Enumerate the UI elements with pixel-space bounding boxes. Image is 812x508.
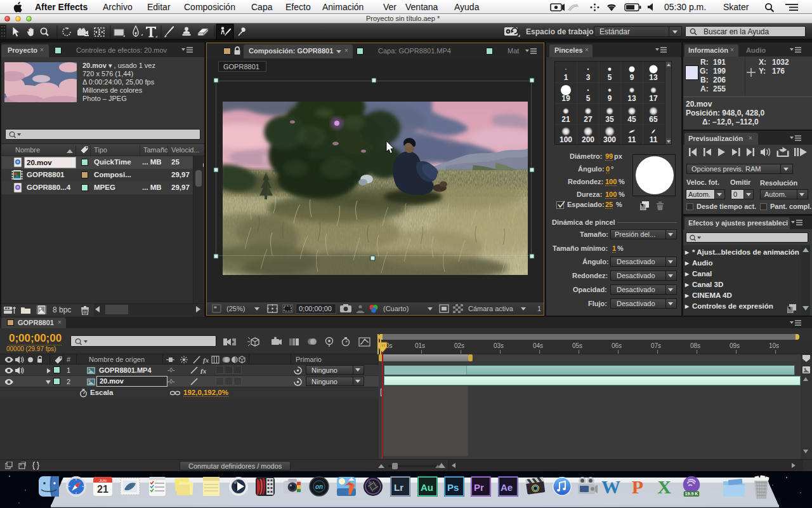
svg-text:200: 200 (582, 135, 594, 144)
svg-text:13: 13 (649, 73, 658, 82)
svg-text:Ps: Ps (447, 482, 459, 493)
svg-text:Pr: Pr (474, 482, 484, 493)
svg-text:65: 65 (649, 115, 658, 124)
svg-text:17: 17 (649, 94, 658, 103)
svg-text:19: 19 (561, 94, 570, 103)
svg-text:21: 21 (561, 115, 570, 124)
svg-text:9: 9 (608, 94, 612, 103)
svg-text:11: 11 (628, 135, 636, 144)
svg-text:13: 13 (627, 94, 636, 103)
svg-text:300: 300 (603, 135, 616, 144)
svg-text:21: 21 (97, 484, 108, 495)
svg-text:27: 27 (584, 115, 593, 124)
svg-text:45: 45 (627, 115, 636, 124)
svg-text:11: 11 (650, 135, 658, 144)
svg-text:19.9 K: 19.9 K (685, 491, 699, 497)
svg-text:W: W (601, 476, 620, 497)
svg-text:5: 5 (608, 73, 612, 82)
svg-text:1: 1 (564, 73, 568, 82)
svg-text:fx: fx (203, 356, 209, 364)
svg-text:3: 3 (586, 73, 591, 82)
svg-text:Au: Au (421, 482, 433, 493)
svg-text:5: 5 (586, 94, 591, 103)
svg-text:Ae: Ae (501, 482, 513, 493)
svg-text:on: on (315, 483, 323, 490)
svg-text:9: 9 (630, 73, 634, 82)
svg-text:P: P (632, 476, 643, 497)
svg-text:fx: fx (200, 367, 207, 375)
svg-text:100: 100 (560, 135, 572, 144)
svg-text:Lr: Lr (394, 482, 403, 493)
svg-text:X: X (657, 476, 671, 497)
svg-text:35: 35 (605, 115, 614, 124)
svg-text:JUN: JUN (99, 479, 107, 483)
